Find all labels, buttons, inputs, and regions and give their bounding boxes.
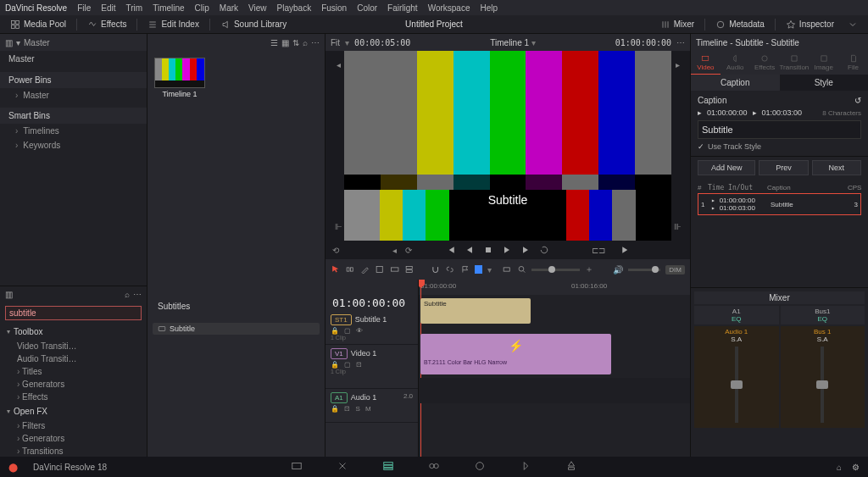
fit-dropdown[interactable]: Fit: [331, 38, 340, 47]
insert-tool-icon[interactable]: [375, 264, 384, 275]
mixer-bus1[interactable]: Bus1EQ: [781, 306, 865, 324]
fx-effects[interactable]: Effects: [0, 391, 147, 403]
media-pool-button[interactable]: Media Pool: [5, 18, 71, 31]
zoom-slider[interactable]: [531, 269, 580, 271]
menu-edit[interactable]: Edit: [101, 3, 115, 13]
home-icon[interactable]: ⌂: [837, 463, 842, 472]
go-end-icon[interactable]: [620, 245, 631, 255]
blade-tool-icon[interactable]: [360, 264, 370, 275]
ofx-generators[interactable]: Generators: [0, 432, 147, 445]
inspector-tab-image[interactable]: Image: [809, 51, 838, 75]
video-clip[interactable]: ⚡ BT.2111 Color Bar HLG Narrow: [420, 334, 611, 374]
zoom-detail-icon[interactable]: [517, 264, 526, 275]
viewer-canvas[interactable]: Subtitle: [344, 51, 671, 241]
menu-timeline[interactable]: Timeline: [153, 3, 184, 13]
use-track-style-checkbox[interactable]: Use Track Style: [698, 142, 861, 151]
subtitle-generator[interactable]: Subtitle: [153, 323, 320, 335]
step-fwd-icon[interactable]: [520, 245, 531, 255]
ofx-transitions[interactable]: Transitions: [0, 445, 147, 457]
page-color[interactable]: [474, 460, 486, 474]
replace-tool-icon[interactable]: [404, 264, 414, 275]
mixer-bus1b[interactable]: Bus 1S.A: [781, 326, 865, 428]
thumb-view-icon[interactable]: ▦: [281, 38, 289, 47]
effects-search-input[interactable]: [5, 306, 142, 320]
menu-help[interactable]: Help: [480, 3, 498, 13]
subtitle-track-header[interactable]: ST1Subtitle 1 🔒 ▢ 👁 1 Clip: [326, 311, 418, 345]
menu-playback[interactable]: Playback: [277, 3, 312, 13]
step-back-icon[interactable]: [465, 245, 475, 255]
effects-button[interactable]: Effects: [82, 18, 131, 31]
mixer-button[interactable]: Mixer: [655, 18, 699, 31]
page-fairlight[interactable]: [520, 460, 531, 474]
menu-mark[interactable]: Mark: [220, 3, 238, 13]
add-new-button[interactable]: Add New: [698, 160, 755, 175]
fx-audio-transitions[interactable]: Audio Transiti…: [0, 352, 147, 365]
power-bin-master[interactable]: Master: [0, 88, 147, 103]
inspector-tab-transition[interactable]: Transition: [779, 51, 809, 75]
sound-library-button[interactable]: Sound Library: [215, 18, 292, 31]
inspector-tab-audio[interactable]: Audio: [721, 51, 750, 75]
menu-view[interactable]: View: [248, 3, 267, 13]
vol-slider[interactable]: [628, 269, 660, 271]
overwrite-tool-icon[interactable]: [390, 264, 399, 275]
master-bin[interactable]: Master: [0, 51, 147, 67]
trim-tool-icon[interactable]: [345, 264, 354, 275]
inspector-tab-video[interactable]: Video: [691, 51, 721, 75]
menu-fusion[interactable]: Fusion: [321, 3, 347, 13]
toolbox-header[interactable]: Toolbox: [0, 324, 147, 340]
dim-button[interactable]: DIM: [665, 265, 685, 275]
flag-icon[interactable]: [460, 264, 470, 275]
prev-edit-icon[interactable]: ◂: [337, 60, 341, 69]
subtitle-clip[interactable]: Subtitle: [420, 298, 531, 324]
prev-clip-icon[interactable]: ◂: [392, 246, 397, 255]
mixer-a1[interactable]: A1EQ: [694, 306, 779, 324]
timeline-canvas[interactable]: 01:00:00:00 01:00:16:00 01:00:32:00 Subt…: [419, 280, 690, 457]
pool-more-icon[interactable]: ⋯: [311, 38, 320, 47]
in-out-icon[interactable]: ⊏⊐: [592, 246, 605, 255]
loop-play-icon[interactable]: [539, 245, 549, 255]
marker-color-icon[interactable]: [475, 265, 482, 274]
last-frame-icon[interactable]: ⊪: [674, 222, 682, 231]
viewer-more-icon[interactable]: ⋯: [676, 38, 685, 47]
subtab-caption[interactable]: Caption: [691, 75, 780, 91]
subtitle-row-1[interactable]: 1 ▸ 01:00:00:00▸ 01:00:03:00 Subtitle 3: [698, 193, 861, 215]
selection-tool-icon[interactable]: [331, 264, 340, 275]
chevron-icon[interactable]: ▾: [16, 38, 20, 47]
menu-trim[interactable]: Trim: [126, 3, 143, 13]
caption-text-input[interactable]: Subtitle: [698, 120, 861, 139]
video-track-header[interactable]: V1Video 1 🔒 ▢ ⊡ 1 Clip: [326, 345, 418, 389]
prev-button[interactable]: Prev: [759, 160, 808, 175]
menu-workspace[interactable]: Workspace: [428, 3, 470, 13]
metadata-button[interactable]: Metadata: [710, 18, 770, 31]
fx-video-transitions[interactable]: Video Transiti…: [0, 340, 147, 352]
first-frame-icon[interactable]: ⊩: [335, 222, 342, 231]
expand-button[interactable]: [843, 18, 863, 31]
menu-color[interactable]: Color: [357, 3, 377, 13]
search-pool-icon[interactable]: ⌕: [303, 38, 308, 47]
page-cut[interactable]: [337, 460, 348, 474]
next-button[interactable]: Next: [812, 160, 861, 175]
page-edit[interactable]: [382, 460, 394, 474]
timeline-thumbnail[interactable]: Timeline 1: [154, 58, 205, 98]
menu-fairlight[interactable]: Fairlight: [387, 3, 418, 13]
fx-titles[interactable]: Titles: [0, 365, 147, 378]
pool-master-label[interactable]: Master: [24, 38, 50, 47]
tc-in[interactable]: 01:00:00:00: [707, 108, 748, 117]
tc-in-marker-icon[interactable]: ▸: [698, 108, 702, 117]
menu-file[interactable]: File: [77, 3, 91, 13]
tc-out-marker-icon[interactable]: ▸: [753, 108, 757, 117]
search-icon[interactable]: ⌕: [125, 290, 130, 299]
match-frame-icon[interactable]: ⟲: [332, 246, 339, 255]
smart-bin-timelines[interactable]: Timelines: [0, 124, 147, 138]
subtab-style[interactable]: Style: [780, 75, 869, 91]
subtitles-category[interactable]: Subtitles: [153, 298, 320, 314]
smart-bin-keywords[interactable]: Keywords: [0, 138, 147, 153]
timeline-timecode[interactable]: 01:00:00:00: [326, 295, 418, 311]
page-fusion[interactable]: [428, 460, 440, 474]
inspector-tab-effects[interactable]: Effects: [750, 51, 780, 75]
settings-icon[interactable]: ⚙: [852, 463, 860, 472]
page-deliver[interactable]: [565, 460, 577, 474]
power-bins-header[interactable]: Power Bins: [0, 72, 147, 88]
more-icon[interactable]: ⋯: [133, 290, 142, 299]
page-media[interactable]: [291, 460, 303, 474]
